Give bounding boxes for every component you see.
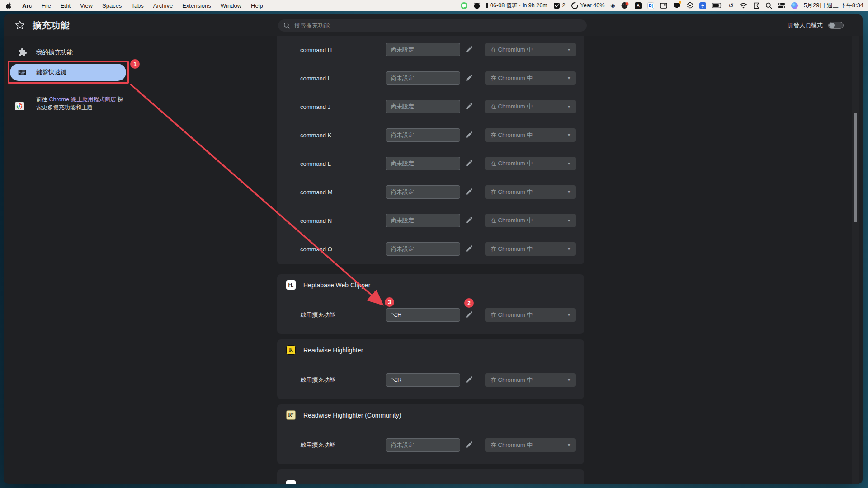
shortcut-input[interactable]: 尚未設定 <box>386 214 460 227</box>
shortcut-input[interactable]: 尚未設定 <box>386 185 460 199</box>
scope-dropdown[interactable]: 在 Chromium 中▾ <box>485 373 576 387</box>
shortcut-input[interactable]: 尚未設定 <box>386 100 460 113</box>
extension-card-header: R’Readwise Highlighter (Community) <box>277 404 584 426</box>
display-status-icon[interactable] <box>673 2 681 9</box>
menu-arc[interactable]: Arc <box>22 2 32 9</box>
time-machine-icon[interactable]: ↺ <box>728 2 734 9</box>
edit-shortcut-button[interactable] <box>465 45 474 54</box>
siri-icon[interactable] <box>791 2 798 9</box>
control-center-icon[interactable] <box>778 2 785 9</box>
menu-file[interactable]: File <box>42 2 51 9</box>
edit-shortcut-button[interactable] <box>465 159 474 168</box>
scrollbar-thumb[interactable] <box>854 113 857 222</box>
store-text-prefix: 前往 <box>36 96 49 103</box>
scope-dropdown[interactable]: 在 Chromium 中▾ <box>485 308 576 322</box>
toggle-knob <box>829 23 835 28</box>
cat-app-icon[interactable] <box>473 2 481 9</box>
shortcut-command-label: command K <box>300 131 331 138</box>
shortcut-command-label: command M <box>300 188 333 195</box>
search-input[interactable]: 搜尋擴充功能 <box>278 19 587 32</box>
deepl-icon[interactable]: D| <box>647 2 654 9</box>
edit-shortcut-button[interactable] <box>465 375 474 385</box>
menu-view[interactable]: View <box>80 2 93 9</box>
puzzle-icon <box>18 48 27 58</box>
sidebar-item-keyboard-shortcuts[interactable]: 鍵盤快速鍵 <box>10 64 126 81</box>
scrollbar-track[interactable] <box>852 36 859 484</box>
shortcut-row: command H尚未設定在 Chromium 中▾ <box>277 35 584 64</box>
tasks-status[interactable]: 2 <box>553 2 566 9</box>
menu-archive[interactable]: Archive <box>153 2 173 9</box>
edit-shortcut-button[interactable] <box>465 441 474 450</box>
apple-menu-icon[interactable] <box>6 2 13 9</box>
chrome-web-store-link[interactable]: Chrome 線上應用程式商店 <box>49 96 116 103</box>
edit-shortcut-button[interactable] <box>465 216 474 225</box>
menu-clock[interactable]: 5月29日 週三 下午8:34 <box>804 1 863 9</box>
annotation-badge-1: 1 <box>130 59 140 69</box>
edit-shortcut-button[interactable] <box>465 244 474 253</box>
extensions-window: 擴充功能 搜尋擴充功能 開發人員模式 我的擴充功能 鍵盤快速鍵 前往 Chrom… <box>4 14 863 484</box>
edit-shortcut-button[interactable] <box>465 310 474 319</box>
scope-dropdown[interactable]: 在 Chromium 中▾ <box>485 100 576 113</box>
menu-spaces[interactable]: Spaces <box>102 2 122 9</box>
wifi-icon[interactable] <box>740 2 747 9</box>
chrome-web-store-icon <box>15 101 24 111</box>
sidebar-my-extensions-label: 我的擴充功能 <box>36 48 73 56</box>
shortcut-input[interactable]: 尚未設定 <box>386 242 460 256</box>
keyboard-icon <box>17 68 27 79</box>
edit-shortcut-button[interactable] <box>465 102 474 111</box>
extension-icon: R’ <box>286 410 296 420</box>
edit-shortcut-button[interactable] <box>465 74 474 83</box>
window-manager-icon[interactable] <box>660 2 667 9</box>
shortcut-input[interactable]: 尚未設定 <box>386 128 460 142</box>
menu-edit[interactable]: Edit <box>61 2 71 9</box>
extension-card: H.Heptabase Web Clipper啟用擴充功能⌥H在 Chromiu… <box>277 274 584 334</box>
shortcut-input[interactable]: 尚未設定 <box>386 43 460 56</box>
sidebar-keyboard-shortcuts-label: 鍵盤快速鍵 <box>36 68 67 76</box>
shortcut-row: command I尚未設定在 Chromium 中▾ <box>277 64 584 92</box>
scope-dropdown[interactable]: 在 Chromium 中▾ <box>485 43 576 56</box>
scope-dropdown[interactable]: 在 Chromium 中▾ <box>485 128 576 142</box>
scope-dropdown[interactable]: 在 Chromium 中▾ <box>485 214 576 227</box>
menu-tabs[interactable]: Tabs <box>131 2 143 9</box>
scope-dropdown[interactable]: 在 Chromium 中▾ <box>485 185 576 199</box>
scope-dropdown[interactable]: 在 Chromium 中▾ <box>485 438 576 452</box>
menu-help[interactable]: Help <box>251 2 263 9</box>
edit-shortcut-button[interactable] <box>465 188 474 197</box>
chevron-down-icon: ▾ <box>568 75 570 80</box>
chevron-down-icon: ▾ <box>568 442 570 447</box>
shortcut-input[interactable]: 尚未設定 <box>386 71 460 85</box>
shortcut-input[interactable]: 尚未設定 <box>386 157 460 170</box>
shortcut-command-label: command N <box>300 217 332 224</box>
edit-shortcut-button[interactable] <box>465 131 474 140</box>
dev-mode-toggle[interactable] <box>828 22 844 29</box>
extension-name: Readwise Highlighter <box>303 347 363 354</box>
extension-card-partial <box>277 469 584 484</box>
shortcut-input[interactable]: ⌥R <box>386 373 460 387</box>
extension-icon: R <box>286 345 296 355</box>
scope-dropdown[interactable]: 在 Chromium 中▾ <box>485 71 576 85</box>
keyboard-maestro-icon[interactable]: ◈ <box>610 2 615 9</box>
extensions-toolbar: 擴充功能 搜尋擴充功能 開發人員模式 <box>4 14 863 36</box>
chevron-down-icon: ▾ <box>568 189 570 194</box>
sidebar-item-my-extensions[interactable]: 我的擴充功能 <box>8 43 121 61</box>
line-app-icon[interactable] <box>461 2 467 9</box>
shortcut-command-label: command L <box>300 160 331 167</box>
shift-status[interactable]: 06-08 值班 · in 9h 26m <box>486 2 547 9</box>
scope-dropdown[interactable]: 在 Chromium 中▾ <box>485 157 576 170</box>
shortcut-command-label: 啟用擴充功能 <box>300 441 335 449</box>
shortcut-app-icon[interactable] <box>699 2 706 9</box>
shortcut-input[interactable]: 尚未設定 <box>386 438 460 452</box>
year-progress-status[interactable]: Year 40% <box>571 2 605 9</box>
battery-icon[interactable] <box>712 2 722 9</box>
a-app-icon[interactable]: A <box>635 2 642 9</box>
shortcut-input[interactable]: ⌥H <box>386 308 460 322</box>
spotlight-icon[interactable] <box>765 2 772 9</box>
scope-dropdown[interactable]: 在 Chromium 中▾ <box>485 242 576 256</box>
stacks-icon[interactable] <box>687 2 693 9</box>
menu-extensions[interactable]: Extensions <box>182 2 211 9</box>
menu-window[interactable]: Window <box>221 2 241 9</box>
shift-status-text: 06-08 值班 · in 9h 26m <box>490 2 547 9</box>
cookie-notification-icon[interactable] <box>621 2 629 9</box>
capture-tool-icon[interactable] <box>753 2 760 9</box>
chevron-down-icon: ▾ <box>568 132 570 137</box>
